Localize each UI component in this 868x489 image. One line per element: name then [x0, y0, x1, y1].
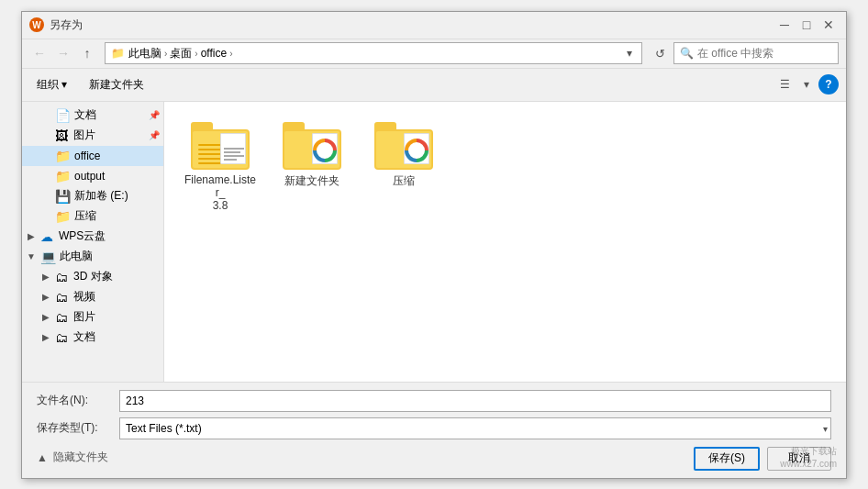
sidebar-label-videos: 视频 [73, 289, 95, 305]
sidebar-label-wps-cloud: WPS云盘 [59, 228, 106, 244]
organize-bar: 组织 ▾ 新建文件夹 ☰ ▾ ? [22, 69, 846, 102]
expand-arrow-videos [40, 292, 51, 303]
file-label-new-folder: 新建文件夹 [284, 173, 339, 189]
nav-toolbar: ← → ↑ 📁 此电脑 › 桌面 › office › ▾ ↺ 🔍 [22, 39, 846, 69]
help-button[interactable]: ? [818, 74, 839, 94]
filetype-label: 保存类型(T): [37, 420, 119, 436]
sidebar-item-pics2[interactable]: 🗂 图片 [22, 307, 163, 328]
sidebar-item-pictures[interactable]: 🖼 图片 📌 [22, 126, 163, 146]
compressed-folder-icon: 📁 [55, 209, 71, 224]
bottom-bar: 文件名(N): 保存类型(T): Text Files (*.txt) ▾ ▲ … [22, 382, 846, 478]
3d-icon: 🗂 [55, 270, 70, 284]
sidebar-item-this-pc[interactable]: 💻 此电脑 [22, 247, 163, 267]
hide-files-toggle[interactable]: ▲ 隐藏文件夹 [37, 450, 108, 465]
maximize-button[interactable]: □ [796, 15, 817, 35]
file-item-filename-lister[interactable]: Filename.Lister_3.8 [179, 117, 262, 217]
sidebar-item-drive-e[interactable]: 💾 新加卷 (E:) [22, 186, 163, 206]
sidebar-label-drive-e: 新加卷 (E:) [74, 188, 128, 204]
rainbow-svg-new-folder [313, 139, 337, 162]
pictures-icon: 🖼 [55, 128, 70, 143]
refresh-button[interactable]: ↺ [650, 43, 670, 63]
rainbow-svg-compressed [405, 139, 428, 162]
sidebar-label-docs2: 文档 [73, 329, 95, 345]
drive-e-icon: 💾 [55, 189, 71, 204]
title-bar-left: W 另存为 [29, 17, 83, 33]
this-pc-icon: 💻 [40, 250, 56, 264]
address-folder-icon: 📁 [111, 47, 125, 60]
office-folder-icon: 📁 [55, 149, 71, 163]
forward-button[interactable]: → [53, 43, 73, 63]
sidebar-label-pictures: 图片 [73, 128, 95, 143]
search-input[interactable] [697, 47, 835, 60]
pin-icon-pictures: 📌 [149, 130, 160, 140]
file-item-compressed[interactable]: 压缩 [362, 117, 445, 217]
view-controls: ☰ ▾ ? [774, 74, 839, 94]
save-button[interactable]: 保存(S) [694, 447, 760, 471]
filetype-select[interactable]: Text Files (*.txt) [119, 417, 831, 439]
sidebar-label-documents: 文档 [74, 107, 96, 123]
main-content: 📄 文档 📌 🖼 图片 📌 📁 office 📁 outp [22, 102, 846, 382]
breadcrumb-desktop[interactable]: 桌面 [170, 46, 192, 61]
minimize-button[interactable]: ─ [774, 15, 795, 35]
close-button[interactable]: ✕ [818, 15, 839, 35]
back-button[interactable]: ← [29, 43, 50, 63]
hide-files-label: 隐藏文件夹 [53, 450, 108, 465]
filename-label: 文件名(N): [37, 393, 119, 408]
search-box: 🔍 [673, 42, 839, 64]
address-breadcrumb: 此电脑 › 桌面 › office › [128, 46, 619, 61]
sidebar-item-office[interactable]: 📁 office [22, 146, 163, 166]
breadcrumb-pc[interactable]: 此电脑 [128, 46, 161, 61]
hide-files-arrow-icon: ▲ [37, 451, 48, 464]
folder-icon-compressed [374, 122, 433, 170]
sidebar-item-videos[interactable]: 🗂 视频 [22, 287, 163, 307]
new-folder-button[interactable]: 新建文件夹 [82, 73, 151, 95]
pin-icon-documents: 📌 [149, 110, 160, 120]
app-icon: W [29, 17, 44, 32]
window-controls: ─ □ ✕ [774, 15, 839, 35]
sidebar-item-documents[interactable]: 📄 文档 📌 [22, 106, 163, 126]
folder-icon-new-folder [283, 122, 341, 170]
sidebar: 📄 文档 📌 🖼 图片 📌 📁 office 📁 outp [22, 102, 164, 382]
filename-input[interactable] [119, 390, 831, 412]
cancel-button[interactable]: 取消 [767, 447, 831, 471]
breadcrumb-office[interactable]: office [201, 47, 227, 60]
file-item-new-folder[interactable]: 新建文件夹 [271, 117, 353, 217]
file-area: Filename.Lister_3.8 [164, 102, 846, 382]
sidebar-label-compressed: 压缩 [74, 208, 96, 224]
expand-arrow-wps-cloud [26, 231, 37, 242]
file-label-compressed: 压缩 [393, 173, 415, 189]
search-icon: 🔍 [680, 47, 694, 60]
filetype-select-wrap: Text Files (*.txt) ▾ [119, 417, 831, 439]
expand-arrow-3d [40, 272, 51, 283]
pics2-icon: 🗂 [55, 310, 70, 325]
sidebar-item-compressed[interactable]: 📁 压缩 [22, 206, 163, 227]
address-dropdown-icon[interactable]: ▾ [623, 47, 636, 60]
up-button[interactable]: ↑ [77, 43, 97, 63]
folder-icon-filename-lister [191, 122, 250, 170]
videos-icon: 🗂 [55, 290, 70, 305]
bottom-actions: 保存(S) 取消 [694, 447, 831, 471]
expand-arrow-docs2 [40, 332, 51, 343]
sidebar-label-3d: 3D 对象 [73, 269, 113, 284]
organize-button[interactable]: 组织 ▾ [29, 73, 74, 95]
expand-arrow-pics2 [40, 312, 51, 323]
output-folder-icon: 📁 [55, 169, 71, 183]
sidebar-item-wps-cloud[interactable]: ☁ WPS云盘 [22, 227, 163, 247]
filename-row: 文件名(N): [37, 390, 831, 412]
title-bar: W 另存为 ─ □ ✕ [22, 12, 846, 39]
view-toggle-button[interactable]: ☰ [774, 74, 795, 94]
sidebar-label-office: office [74, 150, 100, 162]
sidebar-item-output[interactable]: 📁 output [22, 166, 163, 186]
sidebar-label-pics2: 图片 [73, 309, 95, 325]
docs2-icon: 🗂 [55, 330, 70, 345]
filetype-row: 保存类型(T): Text Files (*.txt) ▾ [37, 417, 831, 439]
sidebar-label-this-pc: 此电脑 [60, 249, 93, 264]
sidebar-label-output: output [74, 170, 105, 183]
view-dropdown-button[interactable]: ▾ [796, 74, 817, 94]
file-label-filename-lister: Filename.Lister_3.8 [183, 173, 258, 212]
wps-cloud-icon: ☁ [40, 229, 55, 244]
save-dialog: W 另存为 ─ □ ✕ ← → ↑ 📁 此电脑 › 桌面 › office › … [21, 11, 847, 479]
expand-arrow-this-pc [26, 251, 37, 262]
sidebar-item-3d[interactable]: 🗂 3D 对象 [22, 267, 163, 287]
sidebar-item-docs2[interactable]: 🗂 文档 [22, 328, 163, 348]
